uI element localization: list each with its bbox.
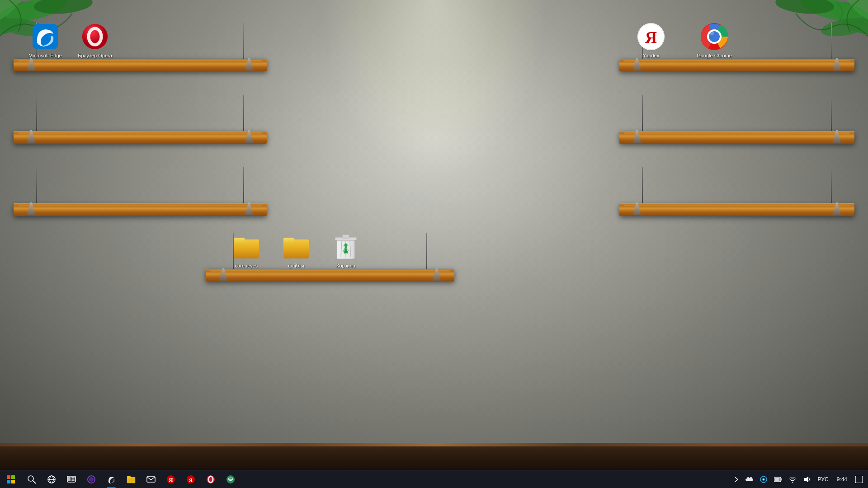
right-shelf-board-1 <box>619 59 854 71</box>
chrome-label: Google Chrome <box>697 53 732 59</box>
bracket-right-2 <box>245 130 253 144</box>
files-icon-img <box>282 232 311 261</box>
desktop: Microsoft Edge <box>0 0 868 470</box>
cable-left <box>36 167 37 203</box>
taskbar-clock[interactable]: 9:44 <box>832 470 852 488</box>
taskbar-file-explorer[interactable] <box>121 470 141 488</box>
taskbar-search[interactable] <box>22 470 42 488</box>
bracket-right-r1 <box>833 58 841 71</box>
taskbar-cortana2[interactable] <box>81 470 101 488</box>
taskbar-spotify[interactable] <box>221 470 241 488</box>
files-icon[interactable]: файлы <box>278 232 314 269</box>
left-shelf-board-2 <box>14 131 267 144</box>
center-shelf-icons: careueyes <box>228 232 364 269</box>
center-shelf-container: careueyes <box>206 269 454 282</box>
right-shelf-board-3 <box>619 203 854 216</box>
svg-rect-53 <box>127 476 131 479</box>
opera-browser-icon[interactable]: Браузер Opera <box>77 22 113 59</box>
svg-line-42 <box>33 481 36 483</box>
svg-point-6 <box>799 0 865 27</box>
cable-left <box>36 95 37 131</box>
recycle-bin-icon[interactable]: Корзина <box>328 232 364 269</box>
svg-point-2 <box>33 0 94 16</box>
right-shelf-board-2 <box>619 131 854 144</box>
svg-rect-49 <box>71 479 75 481</box>
svg-rect-29 <box>283 238 294 243</box>
svg-rect-39 <box>7 480 10 483</box>
recycle-bin-icon-img <box>331 232 360 261</box>
svg-point-65 <box>763 479 764 480</box>
bracket-right-3 <box>245 202 253 216</box>
yandex-icon[interactable]: Я Yandex <box>633 22 669 59</box>
files-label: файлы <box>288 263 304 269</box>
tray-shield[interactable] <box>756 470 771 488</box>
taskbar-yandex-disk[interactable]: Я <box>181 470 201 488</box>
language-indicator[interactable]: РУС <box>814 470 832 488</box>
right-shelf-1-container: Я Yandex <box>619 59 854 71</box>
center-shelf-board <box>206 269 454 282</box>
notification-center[interactable] <box>852 470 866 488</box>
svg-rect-37 <box>7 475 10 479</box>
cable-right <box>426 233 427 269</box>
taskbar-cortana[interactable] <box>61 470 81 488</box>
svg-point-21 <box>709 31 714 35</box>
start-button[interactable] <box>0 470 22 488</box>
careueyes-label: careueyes <box>235 263 258 269</box>
microsoft-edge-icon[interactable]: Microsoft Edge <box>27 22 63 59</box>
right-shelf-2-container <box>619 131 854 144</box>
taskbar-task-view[interactable] <box>42 470 61 488</box>
taskbar: Я Я <box>0 470 868 488</box>
svg-point-69 <box>792 482 793 483</box>
taskbar-mail[interactable] <box>141 470 161 488</box>
clock-time: 9:44 <box>837 476 847 483</box>
taskbar-tray: РУС 9:44 <box>731 470 868 488</box>
svg-rect-68 <box>774 478 779 481</box>
left-shelf-board-1 <box>14 59 267 71</box>
svg-rect-38 <box>11 475 15 479</box>
bracket-right-r2 <box>833 130 841 144</box>
chrome-icon-img <box>700 22 729 51</box>
svg-rect-67 <box>781 478 782 480</box>
bracket-right-c <box>433 268 441 282</box>
svg-rect-40 <box>11 480 15 483</box>
left-shelf-1-container: Microsoft Edge <box>14 59 267 71</box>
svg-point-51 <box>89 477 94 482</box>
google-chrome-icon[interactable]: Google Chrome <box>696 22 732 59</box>
cable-right <box>831 23 832 59</box>
edge-icon-img <box>31 22 60 51</box>
cable-right <box>831 95 832 131</box>
cable-right <box>243 95 244 131</box>
svg-point-7 <box>775 0 835 16</box>
svg-text:Я: Я <box>645 28 657 47</box>
bracket-left-r3 <box>633 202 641 216</box>
bracket-right-r3 <box>833 202 841 216</box>
svg-point-41 <box>28 476 33 481</box>
tray-onedrive[interactable] <box>742 470 756 488</box>
opera-label: Браузер Opera <box>78 53 112 59</box>
cable-right <box>243 167 244 203</box>
spotlight-effect <box>321 0 547 181</box>
cable-right <box>831 167 832 203</box>
tray-chevron[interactable] <box>731 470 742 488</box>
svg-point-8 <box>820 15 868 40</box>
svg-text:Я: Я <box>189 477 193 483</box>
svg-rect-47 <box>68 477 71 481</box>
careueyes-icon[interactable]: careueyes <box>228 232 264 269</box>
cable-right <box>243 23 244 59</box>
taskbar-opera[interactable] <box>201 470 221 488</box>
careueyes-icon-img <box>232 232 261 261</box>
recycle-bin-label: Корзина <box>336 263 355 269</box>
tray-wifi[interactable] <box>785 470 800 488</box>
bracket-right-1 <box>245 58 253 71</box>
tray-sound[interactable] <box>800 470 814 488</box>
right-shelf-1-icons: Я Yandex <box>633 22 732 59</box>
svg-rect-48 <box>71 477 75 479</box>
tray-battery[interactable] <box>771 470 785 488</box>
bracket-left-2 <box>27 130 35 144</box>
taskbar-edge[interactable] <box>101 470 121 488</box>
taskbar-yandex[interactable]: Я <box>161 470 181 488</box>
svg-point-4 <box>0 0 27 28</box>
right-shelf-3-container <box>619 203 854 216</box>
svg-rect-25 <box>234 238 245 243</box>
cable-left <box>642 167 643 203</box>
